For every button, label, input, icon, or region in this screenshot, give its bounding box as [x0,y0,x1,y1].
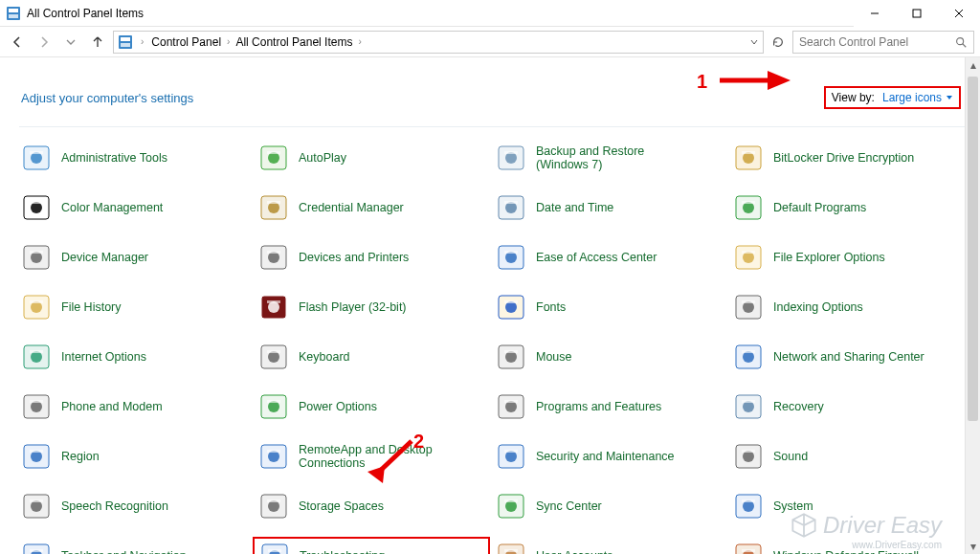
scroll-up-button[interactable]: ▴ [966,57,980,73]
address-bar[interactable]: › Control Panel › All Control Panel Item… [113,31,764,54]
minimize-button[interactable] [854,0,896,27]
svg-rect-113 [268,549,281,552]
cp-item-autoplay[interactable]: AutoPlay [253,139,490,177]
svg-rect-74 [30,400,43,403]
programs-features-icon [496,391,526,422]
forward-button[interactable] [33,31,56,54]
cp-item-label: AutoPlay [299,151,346,165]
indexing-options-icon [733,292,764,322]
control-panel-items: Administrative Tools AutoPlay Backup and… [0,139,980,554]
svg-rect-32 [504,201,518,204]
cp-item-label: Ease of Access Center [536,251,657,264]
cp-item-user-accounts[interactable]: User Accounts [490,537,727,554]
search-input[interactable] [799,35,943,49]
cp-item-color-management[interactable]: Color Management [15,188,253,227]
svg-rect-14 [30,151,43,154]
cp-item-keyboard[interactable]: Keyboard [253,338,490,376]
svg-point-10 [957,37,964,44]
cp-item-windows-defender-firewall[interactable]: Windows Defender Firewall [727,537,965,554]
flash-player-icon [258,292,289,322]
cp-item-credential-manager[interactable]: Credential Manager [253,188,490,227]
chevron-down-icon[interactable] [749,37,759,47]
cp-item-label: Speech Recognition [61,499,168,513]
cp-item-recovery[interactable]: Recovery [727,388,965,426]
cp-item-troubleshooting[interactable]: Troubleshooting [253,537,490,554]
svg-rect-110 [30,549,43,552]
view-by-value[interactable]: Large icons [882,91,953,104]
back-button[interactable] [6,31,29,54]
keyboard-icon [258,342,289,372]
svg-rect-38 [30,251,43,254]
svg-rect-20 [504,151,518,154]
chevron-right-icon[interactable]: › [139,36,145,47]
cp-item-file-history[interactable]: File History [15,288,253,326]
autoplay-icon [258,143,289,173]
mouse-icon [496,342,526,372]
cp-item-admin-tools[interactable]: Administrative Tools [15,139,253,177]
cp-item-taskbar-navigation[interactable]: Taskbar and Navigation [15,537,253,554]
cp-item-remoteapp[interactable]: RemoteApp and Desktop Connections [253,437,490,476]
cp-item-speech-recognition[interactable]: Speech Recognition [15,487,253,525]
close-button[interactable] [938,0,980,27]
cp-item-device-manager[interactable]: Device Manager [15,238,253,277]
cp-item-date-time[interactable]: Date and Time [490,188,727,227]
cp-item-programs-features[interactable]: Programs and Features [490,388,727,426]
cp-item-bitlocker[interactable]: BitLocker Drive Encryption [727,139,965,177]
cp-item-label: File History [61,300,122,314]
svg-rect-86 [30,450,43,453]
cp-item-label: Fonts [536,300,566,314]
window-title: All Control Panel Items [27,7,144,20]
cp-item-security-maintenance[interactable]: Security and Maintenance [490,437,727,476]
cp-item-sound[interactable]: Sound [727,437,965,476]
cp-item-label: Devices and Printers [299,251,409,264]
recent-locations-button[interactable] [59,31,82,54]
user-accounts-icon [496,541,526,554]
cp-item-backup-restore[interactable]: Backup and Restore (Windows 7) [490,139,727,177]
cp-item-sync-center[interactable]: Sync Center [490,487,727,525]
cp-item-region[interactable]: Region [15,437,253,476]
chevron-right-icon[interactable]: › [225,36,232,47]
cp-item-flash-player[interactable]: Flash Player (32-bit) [253,288,490,326]
svg-rect-77 [267,400,280,403]
view-by-text: Large icons [882,91,942,104]
divider [19,126,969,127]
maximize-button[interactable] [896,0,938,27]
breadcrumb-current[interactable]: All Control Panel Items [235,35,352,49]
up-button[interactable] [86,31,109,54]
cp-item-label: Keyboard [299,350,350,364]
svg-rect-83 [742,400,755,403]
cp-item-indexing-options[interactable]: Indexing Options [727,288,965,326]
cp-item-label: Date and Time [536,201,613,214]
cp-item-internet-options[interactable]: Internet Options [15,338,253,376]
cp-item-file-explorer-options[interactable]: File Explorer Options [727,238,965,277]
cp-item-label: BitLocker Drive Encryption [773,151,914,165]
vertical-scrollbar[interactable]: ▴ ▾ [965,57,980,554]
chevron-right-icon[interactable]: › [356,36,363,47]
cp-item-phone-modem[interactable]: Phone and Modem [15,388,253,426]
scroll-down-button[interactable]: ▾ [966,539,980,554]
cp-item-network-sharing[interactable]: Network and Sharing Center [727,338,965,376]
cp-item-mouse[interactable]: Mouse [490,338,727,376]
cp-item-ease-of-access[interactable]: Ease of Access Center [490,238,727,277]
cp-item-label: Windows Defender Firewall [773,549,919,554]
cp-item-fonts[interactable]: Fonts [490,288,727,326]
svg-rect-62 [30,350,43,353]
svg-rect-1 [9,9,18,12]
cp-item-storage-spaces[interactable]: Storage Spaces [253,487,490,525]
cp-item-label: Recovery [773,400,824,413]
search-box[interactable] [792,31,974,54]
cp-item-default-programs[interactable]: Default Programs [727,188,965,227]
refresh-button[interactable] [768,32,789,53]
internet-options-icon [21,342,52,372]
svg-rect-59 [742,300,755,303]
cp-item-system[interactable]: System [727,487,965,525]
breadcrumb-root[interactable]: Control Panel [151,35,221,49]
cp-item-power-options[interactable]: Power Options [253,388,490,426]
svg-rect-68 [504,350,518,353]
svg-rect-119 [742,549,755,552]
svg-rect-104 [504,499,518,502]
scrollbar-thumb[interactable] [968,77,978,421]
view-by-selector[interactable]: View by: Large icons [824,86,961,109]
cp-item-label: Credential Manager [299,201,404,214]
cp-item-devices-printers[interactable]: Devices and Printers [253,238,490,277]
